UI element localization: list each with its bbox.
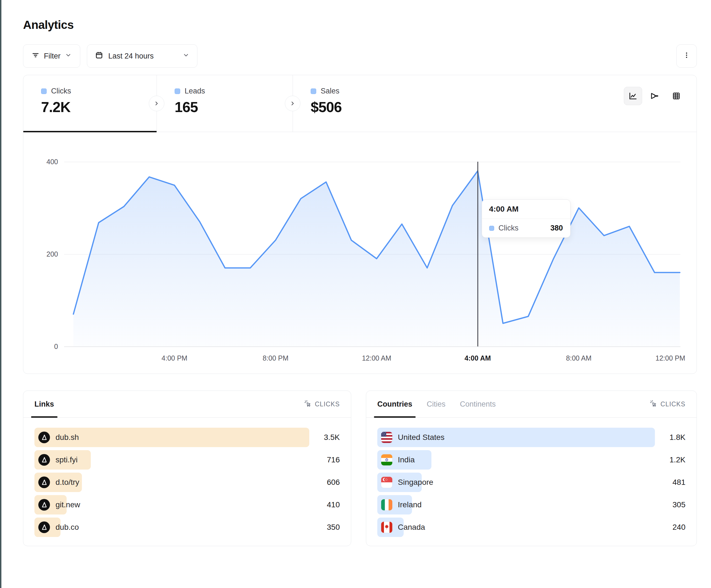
row-value: 716 (309, 455, 340, 464)
x-tick: 8:00 AM (566, 354, 591, 362)
row-label: spti.fyi (56, 455, 78, 464)
date-range-button[interactable]: Last 24 hours (87, 44, 197, 68)
y-tick: 400 (46, 158, 58, 166)
leads-legend-square (175, 89, 180, 94)
row-content: spti.fyi (35, 450, 309, 470)
links-metric-header[interactable]: CLICKS (304, 400, 340, 409)
bar-track: Singapore (377, 473, 655, 492)
link-row[interactable]: git.new410 (35, 495, 340, 515)
country-row[interactable]: Canada240 (377, 518, 686, 537)
filter-label: Filter (44, 52, 61, 61)
row-content: git.new (35, 495, 309, 515)
analytics-card: Clicks 7.2K Leads 165 Sales $506 (23, 75, 697, 374)
ca-flag-icon (381, 522, 392, 533)
link-row[interactable]: spti.fyi716 (35, 450, 340, 470)
us-flag-icon (381, 432, 392, 443)
page-title: Analytics (23, 18, 697, 31)
link-row[interactable]: dub.sh3.5K (35, 428, 340, 447)
row-content: dub.co (35, 518, 309, 537)
row-value: 481 (655, 478, 686, 487)
row-label: d.to/try (56, 478, 80, 487)
country-row[interactable]: Ireland305 (377, 495, 686, 515)
stat-expand-button[interactable] (149, 96, 164, 111)
stat-clicks[interactable]: Clicks 7.2K (23, 75, 156, 132)
bar-track: git.new (35, 495, 309, 515)
cursor-click-icon (649, 400, 657, 409)
tab-countries[interactable]: Countries (374, 391, 416, 417)
chart-tooltip: 4:00 AM Clicks 380 (482, 199, 570, 238)
link-row[interactable]: dub.co350 (35, 518, 340, 537)
table-view-button[interactable] (667, 87, 686, 105)
chart-plot-area[interactable]: 4002000 4:00 AM (64, 162, 681, 347)
stat-leads[interactable]: Leads 165 (156, 75, 293, 132)
funnel-icon (650, 91, 659, 101)
tab-continents[interactable]: Continents (457, 391, 499, 417)
country-row[interactable]: India1.2K (377, 450, 686, 470)
bar-track: spti.fyi (35, 450, 309, 470)
row-content: Ireland (377, 495, 655, 515)
chart-view-switcher (624, 87, 686, 105)
area-chart-svg (64, 162, 681, 346)
dub-logo-icon (38, 476, 50, 488)
toolbar: Filter Last 24 hours (23, 44, 697, 68)
country-row[interactable]: United States1.8K (377, 428, 686, 447)
geo-tabs: CountriesCitiesContinents (374, 391, 499, 417)
filter-button[interactable]: Filter (23, 44, 80, 68)
metric-header-label: CLICKS (661, 401, 686, 408)
stat-value: 165 (175, 99, 293, 115)
row-content: United States (377, 428, 655, 447)
stat-label: Clicks (51, 87, 71, 95)
chevron-down-icon (65, 52, 72, 61)
tab-cities[interactable]: Cities (423, 391, 449, 417)
calendar-icon (95, 51, 103, 61)
bar-track: Canada (377, 518, 655, 537)
country-row[interactable]: Singapore481 (377, 473, 686, 492)
row-value: 410 (309, 500, 340, 509)
breakdown-panels: Links CLICKS dub.sh3.5Kspti.fyi716d.to/t… (23, 390, 697, 546)
table-grid-icon (672, 91, 681, 101)
cursor-click-icon (304, 400, 311, 409)
metric-header-label: CLICKS (315, 401, 340, 408)
window-edge (0, 0, 1, 588)
more-options-button[interactable] (676, 44, 697, 68)
row-label: India (398, 455, 415, 464)
analytics-page: Analytics Filter Last 24 hou (0, 0, 711, 546)
line-chart-icon (628, 91, 638, 101)
row-value: 606 (309, 478, 340, 487)
bar-track: India (377, 450, 655, 470)
chevron-right-icon (289, 100, 296, 107)
date-range-label: Last 24 hours (108, 52, 154, 61)
stat-expand-button[interactable] (285, 96, 300, 111)
row-label: United States (398, 433, 445, 442)
line-chart-view-button[interactable] (624, 87, 642, 105)
links-panel-header: Links CLICKS (23, 391, 351, 418)
tooltip-metric-value: 380 (551, 224, 563, 232)
row-content: Canada (377, 518, 655, 537)
filter-icon (31, 51, 39, 61)
in-flag-icon (381, 454, 392, 466)
tab-links[interactable]: Links (31, 391, 58, 417)
row-label: git.new (56, 500, 80, 509)
x-tick: 8:00 PM (263, 354, 288, 362)
kebab-menu-icon (683, 51, 690, 61)
hover-crosshair (477, 162, 478, 346)
geo-panel: CountriesCitiesContinents CLICKS United … (366, 390, 697, 546)
row-label: Canada (398, 523, 425, 532)
bar-track: dub.sh (35, 428, 309, 447)
geo-metric-header[interactable]: CLICKS (649, 400, 686, 409)
bar-track: dub.co (35, 518, 309, 537)
row-label: Ireland (398, 500, 422, 509)
row-value: 350 (309, 523, 340, 532)
dub-logo-icon (38, 432, 50, 443)
clicks-chart[interactable]: 4002000 4:00 AM (23, 132, 696, 374)
x-axis-labels: 4:00 PM8:00 PM12:00 AM4:00 AM8:00 AM12:0… (64, 347, 681, 374)
tooltip-legend-square (489, 226, 494, 231)
row-content: dub.sh (35, 428, 309, 447)
bar-track: Ireland (377, 495, 655, 515)
stat-value: 7.2K (41, 99, 156, 115)
stat-label: Leads (185, 87, 205, 95)
chevron-right-icon (153, 100, 159, 107)
row-value: 305 (655, 500, 686, 509)
funnel-view-button[interactable] (645, 87, 664, 105)
link-row[interactable]: d.to/try606 (35, 473, 340, 492)
